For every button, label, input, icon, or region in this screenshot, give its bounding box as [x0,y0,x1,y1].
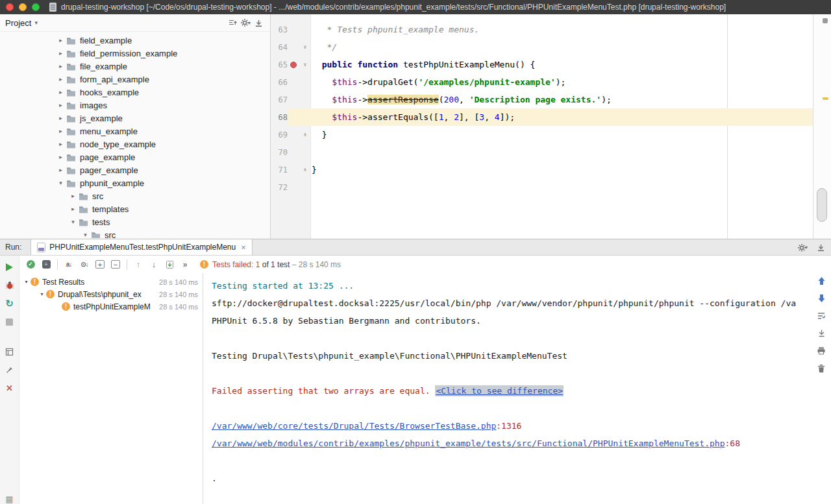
project-tree-item-field_example[interactable]: ▸field_example [0,34,270,47]
zoom-window-button[interactable] [32,3,40,11]
close-tab-icon[interactable]: × [241,243,246,252]
project-tree-item-menu_example[interactable]: ▸menu_example [0,125,270,138]
code-line-72[interactable]: 72 [271,178,813,196]
test-tree-row[interactable]: !testPhpUnitExampleM28 s 140 ms [19,300,203,313]
chevron-down-icon[interactable]: ▾ [56,180,66,186]
see-difference-link[interactable]: <Click to see difference> [435,385,564,396]
chevron-right-icon[interactable]: ▸ [56,102,66,108]
chevron-right-icon[interactable]: ▸ [56,50,66,56]
stack-trace-file-link[interactable]: /var/www/web/modules/contrib/examples/ph… [212,438,725,448]
scroll-to-end-icon[interactable] [816,328,826,338]
project-tree-item-src[interactable]: ▾src [0,228,270,238]
collapse-all-icon[interactable] [226,16,239,29]
project-tree-item-pager_example[interactable]: ▸pager_example [0,163,270,176]
minimize-window-button[interactable] [19,3,27,11]
code-line-65[interactable]: 65∨ public function testPhpUnitExampleMe… [271,56,813,73]
soft-wrap-icon[interactable] [816,311,826,320]
project-tree-item-js_example[interactable]: ▸js_example [0,112,270,125]
chevron-down-icon[interactable]: ▾ [22,279,31,285]
code-line-63[interactable]: 63 * Tests phpunit_example menus. [271,21,813,38]
code-line-66[interactable]: 66 $this->drupalGet('/examples/phpunit-e… [271,73,813,91]
pin-tab-icon[interactable] [4,365,16,375]
stack-trace-file-link[interactable]: /var/www/web/core/tests/Drupal/Tests/Bro… [212,421,496,431]
project-tree-item-hooks_example[interactable]: ▸hooks_example [0,86,270,99]
fold-marker-icon[interactable]: ∨ [299,56,311,73]
code-line-64[interactable]: 64∨ */ [271,38,813,56]
run-tab[interactable]: PHPUnitExampleMenuTest.testPhpUnitExampl… [31,239,252,255]
fold-marker-icon[interactable]: ∧ [299,161,311,178]
settings-gear-icon[interactable]: ▾ [796,241,809,254]
chevron-right-icon[interactable]: ▸ [56,37,66,43]
fold-marker-icon[interactable]: ∨ [299,38,311,56]
debug-icon[interactable] [4,280,16,291]
document-icon [49,3,56,12]
project-tree-item-form_api_example[interactable]: ▸form_api_example [0,73,270,86]
error-stripe-marker [823,18,828,23]
hide-panel-icon[interactable] [814,241,827,254]
chevron-right-icon[interactable]: ▸ [56,128,66,134]
editor-scrollbar[interactable] [813,14,831,239]
import-test-results-icon[interactable] [165,259,174,270]
test-tree-row[interactable]: ▾!Drupal\Tests\phpunit_ex28 s 140 ms [19,288,203,300]
hide-panel-icon[interactable] [252,16,265,29]
collapse-all-icon[interactable]: − [111,260,120,269]
next-failed-test-icon[interactable]: ↓ [149,259,158,270]
code-line-68[interactable]: 68 $this->assertEquals([1, 2], [3, 4]); [271,108,813,126]
stop-icon [6,318,13,326]
warning-stripe-marker[interactable] [823,97,828,100]
chevron-right-icon[interactable]: ▸ [56,76,66,82]
chevron-down-icon[interactable]: ▾ [68,219,78,225]
chevron-right-icon[interactable]: ▸ [56,63,66,69]
toggle-auto-test-icon[interactable]: ↻ [4,298,16,309]
project-tree-item-page_example[interactable]: ▸page_example [0,150,270,163]
sort-by-duration-icon[interactable]: ⊙↓ [80,259,89,270]
project-tree-item-phpunit_example[interactable]: ▾phpunit_example [0,176,270,189]
chevron-down-icon[interactable]: ▾ [81,232,90,238]
settings-gear-icon[interactable]: ▾ [239,16,252,29]
scrollbar-thumb[interactable] [817,188,827,222]
code-line-69[interactable]: 69∧ } [271,126,813,143]
line-number: 70 [271,143,288,161]
chevron-right-icon[interactable]: ▸ [56,141,66,147]
project-tree-item-file_example[interactable]: ▸file_example [0,60,270,73]
chevron-right-icon[interactable]: ▸ [68,206,78,212]
print-icon[interactable] [816,346,826,355]
console-output[interactable]: Testing started at 13:25 ...sftp://docke… [204,273,831,504]
show-ignored-icon[interactable]: ≡ [42,259,51,270]
code-editor[interactable]: 63 * Tests phpunit_example menus.64∨ */6… [271,14,813,239]
stop-button[interactable] [4,317,16,327]
project-view-dropdown[interactable]: Project ▾ [5,18,38,28]
tool-window-switcher-icon[interactable]: ▦ [4,494,16,504]
expand-all-icon[interactable]: + [95,260,105,269]
clear-console-icon[interactable] [816,363,826,373]
chevron-right-icon[interactable]: ▸ [68,193,78,199]
hide-passed-icon[interactable]: ✓ [26,259,35,270]
close-panel-icon[interactable]: ✕ [4,383,16,393]
chevron-right-icon[interactable]: ▸ [56,115,66,121]
sort-alphabetically-icon[interactable]: a↓ [64,259,73,270]
previous-failed-test-icon[interactable]: ↑ [134,259,143,270]
down-stack-trace-icon[interactable] [816,293,826,303]
failed-test-gutter-icon[interactable] [290,62,297,68]
rerun-button[interactable] [4,262,16,272]
project-tree-item-src[interactable]: ▸src [0,189,270,202]
project-tree-item-field_permission_example[interactable]: ▸field_permission_example [0,47,270,60]
project-tree-item-node_type_example[interactable]: ▸node_type_example [0,138,270,150]
up-stack-trace-icon[interactable] [816,276,826,285]
chevron-right-icon[interactable]: ▸ [56,89,66,95]
chevron-right-icon[interactable]: ▸ [56,167,66,173]
code-line-67[interactable]: 67 $this->assertResponse(200, 'Descripti… [271,91,813,108]
restore-layout-icon[interactable] [4,346,16,357]
folder-icon [91,231,101,239]
chevron-down-icon[interactable]: ▾ [38,291,46,297]
fold-marker-icon[interactable]: ∧ [299,126,311,143]
code-line-71[interactable]: 71∧} [271,161,813,178]
close-window-button[interactable] [6,3,14,11]
chevron-right-icon[interactable]: ▸ [56,154,66,160]
project-tree-item-templates[interactable]: ▸templates [0,202,270,215]
code-line-70[interactable]: 70 [271,143,813,161]
project-tree-item-tests[interactable]: ▾tests [0,215,270,228]
toolbar-overflow-icon[interactable]: » [180,259,190,270]
test-tree-row[interactable]: ▾!Test Results28 s 140 ms [19,276,203,288]
project-tree-item-images[interactable]: ▸images [0,99,270,112]
